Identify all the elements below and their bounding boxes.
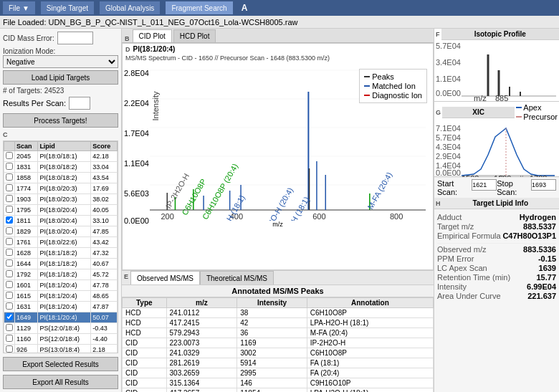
y-label-1: 2.8E04 [124,69,149,77]
table-row[interactable]: 1831 PI(18:0/18:2) 33.04 [4,162,118,173]
row-check[interactable] [4,205,15,216]
table-row[interactable]: 2045 PI(18:0/18:1) 42.18 [4,151,118,162]
y-axis-label: 2.8E04 2.2E04 1.7E04 1.1E04 5.6E03 0.0E0… [124,69,149,225]
fragment-search-button[interactable]: Fragment Search [166,1,232,14]
results-table-container[interactable]: Scan Lipid Score 2045 PI(18:0/18:1) 42.1… [3,140,118,353]
table-row[interactable]: 1649 PI(18:1/20:4) 50.07 [4,312,118,323]
svg-text:600: 600 [312,212,325,221]
msms-type: CID [123,348,167,358]
row-lipid: PS(12:0/18:4) [38,323,91,334]
table-row[interactable]: 1795 PI(18:0/20:4) 40.05 [4,205,118,216]
msms-col-type: Type [123,298,167,308]
row-check[interactable] [4,334,15,345]
row-check[interactable] [4,237,15,248]
table-row[interactable]: 926 PS(13:0/18:4) 2.18 [4,345,118,354]
tab-observed-msms[interactable]: Observed MS/MS [130,271,200,285]
row-check[interactable] [4,173,15,183]
svg-text:3.4E04: 3.4E04 [436,58,461,67]
matched-legend-label: Matched Ion [372,82,416,90]
table-row[interactable]: 1160 PS(12:0/18:4) -4.40 [4,334,118,345]
row-check[interactable] [4,248,15,259]
svg-text:M-FA (20:4): M-FA (20:4) [366,171,393,211]
row-score: 43.42 [91,237,118,248]
row-check[interactable] [4,194,15,205]
row-check[interactable] [4,312,15,323]
msms-type: CID [123,338,167,348]
table-row[interactable]: 1615 PI(18:1/20:4) 48.65 [4,291,118,302]
right-panel: F Isotopic Profile 5.7E04 3.4E04 1.1E04 … [434,29,559,392]
row-check[interactable] [4,226,15,237]
y-label-5: 5.6E03 [124,189,149,198]
row-scan: 1831 [15,162,38,173]
row-score: 38.02 [91,194,118,205]
table-row[interactable]: 1903 PI(18:0/20:3) 38.02 [4,194,118,205]
export-selected-button[interactable]: Export Selected Results [3,357,118,371]
msms-tabs-row: E Observed MS/MS Theoretical MS/MS [122,271,434,285]
row-check[interactable] [4,259,15,269]
msms-type: HCD [123,318,167,328]
msms-annotation: LPA-H2O-H (18:1) [307,318,433,328]
table-row[interactable]: 1858 PI(18:0/18:2) 43.54 [4,173,118,183]
row-check[interactable] [4,216,15,226]
adduct-value: Hydrogen [520,213,556,221]
targets-count: # of Targets: 24523 [3,87,118,95]
table-row[interactable]: 1811 PI(18:0/20:4) 33.10 [4,216,118,226]
row-check[interactable] [4,269,15,280]
ionization-mode-select[interactable]: Negative Positive [3,55,118,68]
row-score: 45.72 [91,269,118,280]
process-targets-button[interactable]: Process Targets! [3,113,118,128]
msms-mz: 303.2659 [166,368,237,378]
tab-cid-plot[interactable]: CID Plot [133,29,172,42]
row-scan: 1811 [15,216,38,226]
svg-text:Intensity: Intensity [151,91,160,120]
svg-text:1.1E04: 1.1E04 [436,75,461,83]
observed-mz-value: 883.5336 [523,245,556,254]
table-row[interactable]: 1761 PI(18:0/22:6) 43.42 [4,237,118,248]
matched-legend-dot [364,85,370,87]
row-check[interactable] [4,183,15,194]
msms-table-area[interactable]: Type m/z Intensity Annotation HCD 241.01… [122,297,434,392]
row-check[interactable] [4,151,15,162]
export-all-button[interactable]: Export All Results [3,375,118,389]
row-score: 47.87 [91,302,118,312]
row-check[interactable] [4,162,15,173]
row-score: 50.07 [91,312,118,323]
table-row[interactable]: 1628 PI(18:1/18:2) 47.32 [4,248,118,259]
start-scan-input[interactable] [472,179,497,191]
target-mz-label: Target m/z [437,222,474,231]
row-check[interactable] [4,323,15,334]
table-row[interactable]: 1644 PI(18:1/18:2) 40.67 [4,259,118,269]
table-row[interactable]: 1774 PI(18:0/20:3) 17.69 [4,183,118,194]
table-row[interactable]: 1829 PI(18:0/20:4) 47.85 [4,226,118,237]
results-per-scan-input[interactable]: 1 [69,97,90,110]
row-lipid: PI(18:0/20:4) [38,226,91,237]
file-button[interactable]: File ▼ [3,1,35,14]
row-lipid: PI(18:1/18:2) [38,248,91,259]
row-check[interactable] [4,280,15,291]
row-lipid: PS(12:0/18:4) [38,334,91,345]
table-row[interactable]: 1631 PI(18:1/20:4) 47.87 [4,302,118,312]
msms-section: E Observed MS/MS Theoretical MS/MS Annot… [122,270,434,392]
svg-text:5.7E04: 5.7E04 [436,42,461,50]
row-check[interactable] [4,291,15,302]
table-row[interactable]: 1129 PS(12:0/18:4) -0.43 [4,323,118,334]
table-row[interactable]: 1792 PI(18:1/18:2) 45.72 [4,269,118,280]
toolbar: File ▼ Single Target Global Analysis Fra… [0,0,559,16]
diagnostic-legend-dot [364,95,370,96]
row-lipid: PI(18:1/18:2) [38,269,91,280]
col-score: Score [91,142,118,151]
load-lipid-targets-button[interactable]: Load Lipid Targets [3,70,118,85]
tab-theoretical-msms[interactable]: Theoretical MS/MS [200,271,274,285]
target-info-panel: Adduct Hydrogen Target m/z 883.5337 Empi… [434,209,559,304]
msms-row: CID 223.0073 1169 IP-2H2O-H [123,338,434,348]
cid-mass-error-input[interactable]: 500 [57,32,93,44]
global-analysis-button[interactable]: Global Analysis [100,1,160,14]
row-check[interactable] [4,302,15,312]
tab-hcd-plot[interactable]: HCD Plot [173,29,216,42]
table-row[interactable]: 1601 PI(18:1/20:4) 47.78 [4,280,118,291]
msms-intensity: 2995 [237,368,307,378]
stop-scan-input[interactable] [531,179,556,191]
row-check[interactable] [4,345,15,354]
single-target-button[interactable]: Single Target [41,1,94,14]
results-per-scan-label: Results Per Scan: [3,99,66,107]
